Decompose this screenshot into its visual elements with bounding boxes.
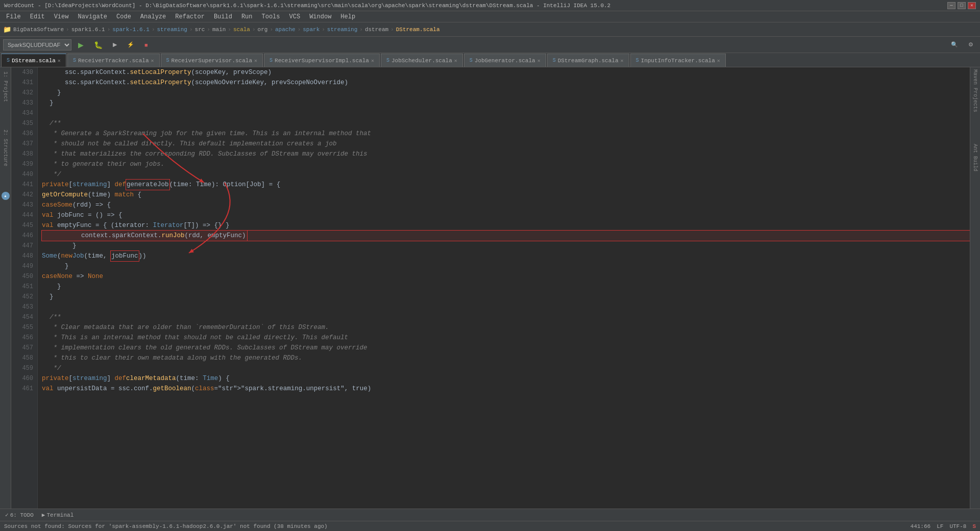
encoding: UTF-8 [949,523,966,529]
close-button[interactable]: ✕ [968,2,976,9]
code-line: } [42,292,970,302]
menu-item-window[interactable]: Window [305,12,335,21]
tab-close[interactable]: ✕ [254,58,257,64]
line-number: 432 [11,88,37,98]
menu-item-vcs[interactable]: VCS [285,12,305,21]
editor-area: 4304314324334344354364374384394404414424… [11,67,970,509]
line-number: 434 [11,108,37,118]
tab-DStreamGraph-scala[interactable]: SDStreamGraph.scala✕ [547,54,629,67]
breadcrumb-dstream[interactable]: dstream [365,27,388,33]
code-line: val emptyFunc = { (iterator: Iterator[T]… [42,220,970,231]
profile-button[interactable]: ⚡ [124,39,138,50]
code-line: private[streaming] def clearMetadata(tim… [42,373,970,384]
breadcrumb-scala[interactable]: scala [233,27,250,33]
breadcrumb-streaming2[interactable]: streaming [327,27,357,33]
code-line: * Generate a SparkStreaming job for the … [42,129,970,139]
project-panel-toggle[interactable]: 1: Project [2,69,9,104]
menu-item-refactor[interactable]: Refactor [171,12,209,21]
tab-close[interactable]: ✕ [717,58,720,64]
menu-item-build[interactable]: Build [210,12,236,21]
maximize-button[interactable]: □ [958,2,966,9]
tab-close[interactable]: ✕ [371,58,374,64]
tab-icon: S [73,58,76,63]
tab-JobScheduler-scala[interactable]: SJobScheduler.scala✕ [381,54,463,67]
line-number: 455 [11,322,37,333]
menu-item-edit[interactable]: Edit [26,12,49,21]
stop-button[interactable]: ■ [141,39,152,50]
settings-button[interactable]: ⚙ [965,39,977,50]
maven-projects-icon[interactable]: Maven Projects [972,69,978,112]
breadcrumb-apache[interactable]: apache [275,27,296,33]
menu-item-code[interactable]: Code [112,12,135,21]
bottom-tabs-bar: ✓6: TODO▶Terminal [0,509,980,521]
menu-item-analyze[interactable]: Analyze [136,12,170,21]
code-line: /** [42,118,970,129]
bottom-tab-terminal[interactable]: ▶Terminal [39,511,77,519]
code-line: context.sparkContext.runJob(rdd, emptyFu… [42,231,970,241]
tab-close[interactable]: ✕ [151,58,154,64]
line-number: 435 [11,118,37,129]
code-line: } [42,88,970,98]
title-text: WordCount - [D:\IdeaProjects\WordCount] … [4,3,610,9]
line-number: 456 [11,333,37,343]
menu-bar: FileEditViewNavigateCodeAnalyzeRefactorB… [0,11,980,22]
tab-close[interactable]: ✕ [58,58,61,64]
line-number: 458 [11,353,37,363]
tab-ReceiverTracker-scala[interactable]: SReceiverTracker.scala✕ [67,54,160,67]
menu-item-file[interactable]: File [2,12,25,21]
breadcrumb-spark16[interactable]: spark-1.6.1 [112,27,150,33]
menu-item-view[interactable]: View [50,12,73,21]
code-line: getOrCompute(time) match { [42,190,970,200]
status-message: Sources not found: Sources for 'spark-as… [4,523,328,529]
build-icon[interactable]: Ant Build [972,144,978,171]
coverage-button[interactable]: ▶ [109,39,120,50]
main-area: 1: Project 2: Structure ★ 43043143243343… [0,67,980,509]
tab-close[interactable]: ✕ [621,58,624,64]
breadcrumb-spark1[interactable]: spark1.6.1 [71,27,105,33]
menu-item-run[interactable]: Run [237,12,257,21]
menu-item-help[interactable]: Help [336,12,359,21]
line-number: 447 [11,241,37,251]
breadcrumb-org[interactable]: org [258,27,268,33]
code-editor[interactable]: ssc.sparkContext.setLocalProperty(scopeK… [38,67,970,509]
status-bar: Sources not found: Sources for 'spark-as… [0,521,980,531]
line-number: 459 [11,363,37,373]
tab-icon: S [166,58,169,63]
menu-item-navigate[interactable]: Navigate [74,12,111,21]
structure-panel-toggle[interactable]: 2: Structure [2,128,9,168]
scala-icon: S [972,523,976,529]
line-number: 441 [11,180,37,190]
code-line: } [42,261,970,271]
tab-ReceiverSupervisorImpl-scala[interactable]: SReceiverSupervisorImpl.scala✕ [264,54,380,67]
breadcrumb-main[interactable]: main [212,27,226,33]
tab-InputInfoTracker-scala[interactable]: SInputInfoTracker.scala✕ [630,54,726,67]
code-line: case None => None [42,271,970,282]
breadcrumb-src[interactable]: src [195,27,205,33]
minimize-button[interactable]: ─ [947,2,955,9]
breadcrumb-spark[interactable]: spark [303,27,320,33]
search-button[interactable]: 🔍 [947,39,962,50]
breadcrumb-bigdata[interactable]: BigDataSoftware [13,27,64,33]
tab-DStream-scala[interactable]: SDStream.scala✕ [1,54,66,67]
code-line: * implementation clears the old generate… [42,343,970,353]
tab-close[interactable]: ✕ [454,58,457,64]
menu-item-tools[interactable]: Tools [258,12,284,21]
line-number: 457 [11,343,37,353]
line-ending: LF [937,523,943,529]
bottom-tab-6--todo[interactable]: ✓6: TODO [2,511,37,519]
favorites-toggle[interactable]: ★ [2,192,10,200]
breadcrumb-dstreamscala[interactable]: DStream.scala [396,27,440,33]
debug-button[interactable]: 🐛 [90,39,106,50]
run-config-select[interactable]: SparkSQLUDFUDAF [3,39,71,50]
code-line: /** [42,312,970,322]
tab-close[interactable]: ✕ [537,58,541,64]
code-line [42,302,970,312]
tab-JobGenerator-scala[interactable]: SJobGenerator.scala✕ [464,54,546,67]
breadcrumb-streaming[interactable]: streaming [157,27,187,33]
code-line: } [42,98,970,108]
line-number: 437 [11,139,37,149]
code-line: private[streaming] def generateJob(time:… [42,180,970,190]
tabs-bar: SDStream.scala✕SReceiverTracker.scala✕SR… [0,53,980,67]
tab-ReceiverSupervisor-scala[interactable]: SReceiverSupervisor.scala✕ [161,54,263,67]
run-button[interactable]: ▶ [75,39,87,50]
